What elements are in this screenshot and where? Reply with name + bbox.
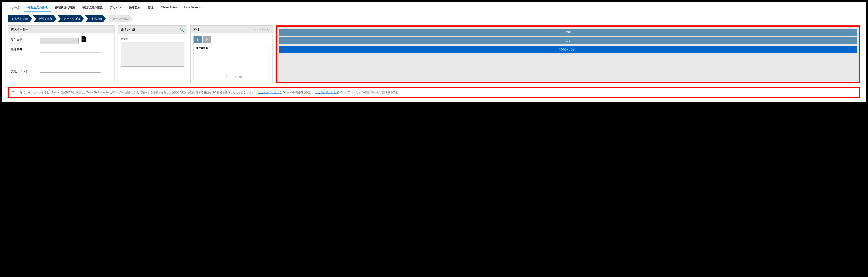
po-panel-title: 購入オーダー [8, 26, 114, 33]
company-name-textarea[interactable] [121, 42, 184, 67]
service-description-link[interactable]: ここをクリックして [315, 91, 339, 94]
terms-link[interactable]: ここをクリックして [258, 91, 282, 94]
po-number-label: 発注番号 [11, 48, 40, 52]
consent-text: 「送信」をクリックすると、Zebra の販売条件に同意し、Zebra Techn… [17, 90, 401, 95]
attachment-pager[interactable]: ⏮ ◀◀ ▶▶ ⏭ [194, 74, 269, 80]
send-button[interactable]: 送信 [279, 29, 857, 36]
tab-warranty-status[interactable]: 保証状況の確認 [79, 4, 106, 12]
tab-line-search[interactable]: Line Search [181, 4, 204, 12]
consent-checkbox[interactable] [12, 92, 15, 94]
tab-assets[interactable]: アセット [106, 4, 125, 12]
step-confirm: オーダー確認 [107, 15, 133, 22]
attachment-table: 添付書類名 ⏮ ◀◀ ▶▶ ⏭ [193, 45, 270, 80]
add-attachment-button[interactable]: ＋ [193, 36, 202, 43]
po-number-input[interactable] [40, 47, 101, 53]
tab-contract[interactable]: 保守契約 [125, 4, 144, 12]
transaction-amount-label: 取引金額 [11, 38, 40, 42]
transaction-amount-input [40, 38, 79, 43]
tab-claim-entry[interactable]: Claim Entry [157, 4, 181, 12]
tab-repair-status[interactable]: 修理状況の確認 [51, 4, 79, 12]
tab-manage[interactable]: 管理 [144, 4, 157, 12]
consent-section: 「送信」をクリックすると、Zebra の販売条件に同意し、Zebra Techn… [8, 87, 860, 98]
search-icon[interactable]: 🔍 [180, 28, 184, 32]
document-icon[interactable] [82, 36, 86, 42]
payment-comment-textarea[interactable] [40, 56, 101, 73]
payment-comment-label: 支払コメント [11, 70, 40, 73]
remove-attachment-button[interactable]: ✕ [203, 36, 211, 43]
company-name-label: 企業名 [121, 37, 184, 41]
tab-home[interactable]: ホーム [8, 4, 24, 12]
main-tabs: ホーム 修理注文の作成 修理状況の確認 保証状況の確認 アセット 保守契約 管理… [8, 4, 860, 12]
no-records-label: レコードなし [253, 28, 270, 31]
please-note-button[interactable]: ご留意ください [279, 46, 857, 53]
billing-panel-title: 請求先住所 [121, 28, 135, 32]
tab-create-repair[interactable]: 修理注文の作成 [24, 4, 51, 12]
step-payment[interactable]: 支払詳細 [85, 15, 106, 22]
step-add-product[interactable]: 製品を追加 [33, 15, 57, 22]
back-button[interactable]: 戻る [279, 37, 857, 44]
purchase-order-panel: 購入オーダー 取引金額 発注番号 支払コメント [8, 26, 115, 83]
step-cart[interactable]: カートを確認 [58, 15, 84, 22]
action-buttons-panel: 送信 戻る ご留意ください [276, 26, 860, 83]
step-return-details[interactable]: 返却先の詳細 [8, 15, 32, 22]
attachment-name-header: 添付書類名 [194, 45, 269, 51]
attachment-panel-title: 添付 [193, 28, 199, 31]
wizard-steps: 返却先の詳細 製品を追加 カートを確認 支払詳細 オーダー確認 [8, 15, 860, 22]
attachment-panel: 添付 レコードなし ＋ ✕ 添付書類名 ⏮ ◀◀ ▶▶ ⏭ [190, 26, 273, 83]
billing-address-panel: 請求先住所 🔍 企業名 [118, 26, 187, 83]
